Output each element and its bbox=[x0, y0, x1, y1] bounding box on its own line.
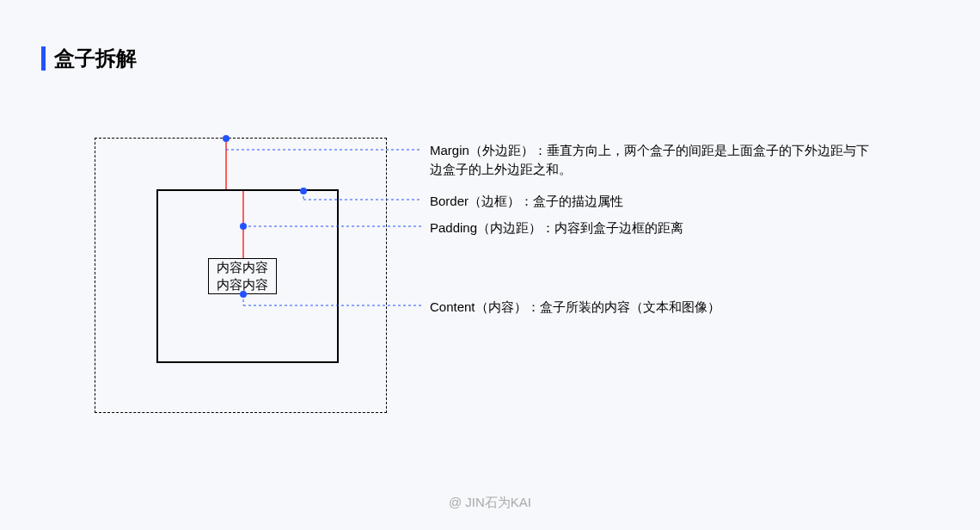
margin-dot bbox=[223, 135, 230, 142]
accent-bar bbox=[41, 46, 46, 71]
padding-dot bbox=[240, 223, 247, 230]
header: 盒子拆解 bbox=[41, 45, 137, 72]
box-model-diagram: 内容内容 内容内容 Margin（外边距）：垂直方向上，两个盒子的间距是上面盒子… bbox=[95, 138, 885, 430]
padding-label: Padding（内边距）：内容到盒子边框的距离 bbox=[430, 219, 683, 237]
margin-label: Margin（外边距）：垂直方向上，两个盒子的间距是上面盒子的下外边距与下边盒子… bbox=[430, 141, 877, 179]
attribution: @ JIN石为KAI bbox=[0, 495, 980, 511]
content-label: Content（内容）：盒子所装的内容（文本和图像） bbox=[430, 298, 720, 317]
content-text-line: 内容内容 bbox=[209, 259, 276, 276]
page-title: 盒子拆解 bbox=[54, 45, 137, 72]
border-dot bbox=[300, 188, 307, 194]
margin-indicator-line bbox=[225, 138, 227, 189]
content-box: 内容内容 内容内容 bbox=[208, 258, 277, 294]
border-label: Border（边框）：盒子的描边属性 bbox=[430, 192, 623, 211]
content-dot bbox=[240, 291, 247, 298]
